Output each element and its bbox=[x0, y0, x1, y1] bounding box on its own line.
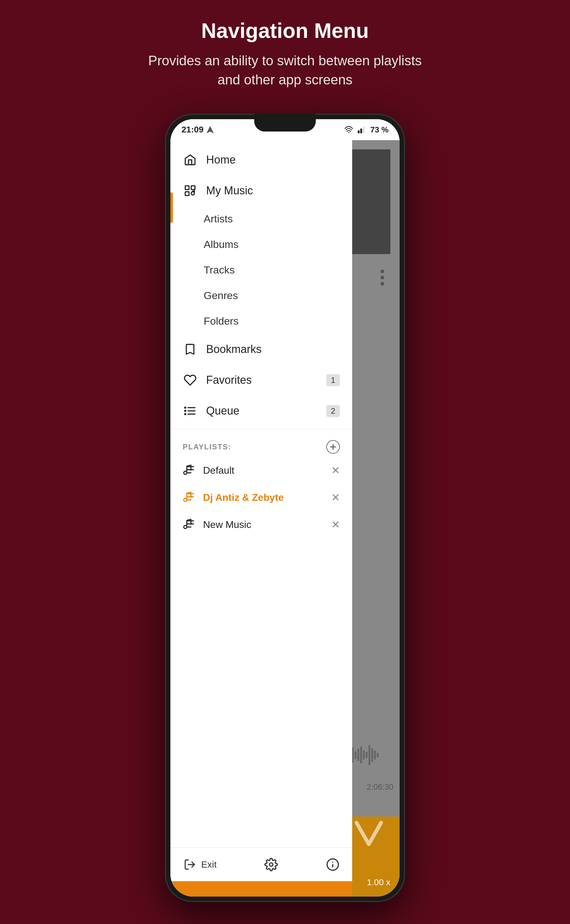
svg-rect-5 bbox=[185, 186, 189, 190]
artists-label: Artists bbox=[204, 213, 233, 225]
svg-point-13 bbox=[185, 414, 186, 415]
svg-point-11 bbox=[185, 407, 186, 408]
logo-graphic bbox=[353, 820, 384, 851]
queue-label: Queue bbox=[206, 404, 239, 417]
phone-screen: 21:09 bbox=[170, 119, 400, 896]
playlist-item-new-music[interactable]: New Music ✕ bbox=[170, 511, 352, 538]
svg-marker-0 bbox=[207, 126, 213, 133]
signal-icon bbox=[357, 125, 366, 134]
playlist-new-music-close[interactable]: ✕ bbox=[331, 519, 340, 531]
exit-icon bbox=[183, 857, 197, 872]
playlists-label: PLAYLISTS: bbox=[183, 443, 231, 451]
nav-item-favorites[interactable]: Favorites 1 bbox=[170, 365, 352, 395]
queue-icon bbox=[183, 404, 198, 418]
playlist-icon-new-music bbox=[183, 518, 196, 531]
playlists-section: PLAYLISTS: bbox=[170, 431, 352, 541]
more-options-icon bbox=[380, 269, 384, 286]
playlist-dj-antiz-close[interactable]: ✕ bbox=[331, 491, 340, 503]
status-icons: 73 % bbox=[345, 125, 389, 135]
settings-button[interactable] bbox=[264, 857, 278, 872]
favorites-label: Favorites bbox=[206, 373, 252, 387]
nav-sub-folders[interactable]: Folders bbox=[170, 308, 352, 334]
nav-sub-tracks[interactable]: Tracks bbox=[170, 257, 352, 283]
status-time: 21:09 bbox=[181, 125, 214, 135]
playlist-item-default[interactable]: Default ✕ bbox=[170, 457, 352, 484]
bookmarks-label: Bookmarks bbox=[206, 343, 262, 356]
exit-button[interactable]: Exit bbox=[183, 857, 217, 872]
playlist-item-dj-antiz[interactable]: Dj Antiz & Zebyte ✕ bbox=[170, 484, 352, 511]
heart-icon bbox=[183, 373, 198, 387]
speed-indicator: 1.00 x bbox=[367, 878, 391, 887]
home-label: Home bbox=[206, 153, 236, 166]
playlist-dj-antiz-label: Dj Antiz & Zebyte bbox=[203, 492, 284, 503]
orange-bottom-strip bbox=[170, 881, 352, 896]
svg-rect-7 bbox=[185, 192, 189, 196]
home-icon bbox=[183, 153, 198, 167]
playlists-header: PLAYLISTS: bbox=[170, 434, 352, 457]
section-divider bbox=[170, 429, 352, 429]
settings-icon bbox=[264, 857, 278, 872]
svg-rect-4 bbox=[363, 127, 365, 133]
exit-label: Exit bbox=[201, 859, 217, 870]
phone-notch bbox=[254, 114, 316, 132]
page-title: Navigation Menu bbox=[201, 18, 369, 43]
playlist-icon-dj-antiz bbox=[183, 491, 196, 504]
bookmark-icon bbox=[183, 342, 198, 356]
nav-item-my-music[interactable]: My Music bbox=[170, 175, 352, 206]
svg-rect-6 bbox=[192, 186, 195, 190]
info-button[interactable] bbox=[326, 857, 340, 872]
svg-point-27 bbox=[184, 525, 187, 529]
playback-time: 2:06:30 bbox=[367, 782, 394, 792]
navigation-icon bbox=[206, 125, 214, 134]
svg-point-12 bbox=[185, 410, 186, 412]
nav-drawer: Home My Music bbox=[170, 140, 352, 896]
nav-item-home[interactable]: Home bbox=[170, 144, 352, 175]
playlist-new-music-label: New Music bbox=[203, 519, 251, 530]
playlist-icon-default bbox=[183, 464, 196, 477]
battery-level: 73 % bbox=[370, 125, 389, 135]
folders-label: Folders bbox=[204, 315, 239, 327]
svg-rect-3 bbox=[360, 129, 362, 133]
nav-item-queue[interactable]: Queue 2 bbox=[170, 395, 352, 426]
add-playlist-button[interactable] bbox=[326, 440, 340, 454]
active-indicator bbox=[170, 193, 173, 223]
nav-sub-artists[interactable]: Artists bbox=[170, 206, 352, 232]
svg-point-19 bbox=[184, 471, 187, 474]
music-library-icon bbox=[183, 183, 198, 198]
favorites-badge: 1 bbox=[326, 374, 340, 386]
info-icon bbox=[326, 857, 340, 872]
albums-label: Albums bbox=[204, 239, 239, 250]
svg-point-29 bbox=[270, 863, 273, 866]
wifi-icon bbox=[345, 125, 353, 134]
nav-item-bookmarks[interactable]: Bookmarks bbox=[170, 334, 352, 365]
nav-sub-albums[interactable]: Albums bbox=[170, 232, 352, 257]
my-music-label: My Music bbox=[206, 184, 253, 197]
svg-rect-2 bbox=[358, 131, 360, 133]
tracks-label: Tracks bbox=[204, 264, 235, 276]
playlist-default-close[interactable]: ✕ bbox=[331, 464, 340, 476]
nav-sub-genres[interactable]: Genres bbox=[170, 283, 352, 308]
queue-badge: 2 bbox=[326, 405, 340, 417]
page-subtitle: Provides an ability to switch between pl… bbox=[146, 51, 424, 89]
bottom-bar: Exit bbox=[170, 847, 352, 881]
nav-items-list: Home My Music bbox=[170, 140, 352, 847]
genres-label: Genres bbox=[204, 289, 238, 301]
phone-mockup: 21:09 bbox=[165, 114, 405, 902]
playlist-default-label: Default bbox=[203, 465, 234, 476]
svg-point-1 bbox=[348, 132, 349, 133]
screen-body: 2:06:30 1.00 x bbox=[170, 140, 400, 896]
svg-point-23 bbox=[184, 498, 187, 502]
